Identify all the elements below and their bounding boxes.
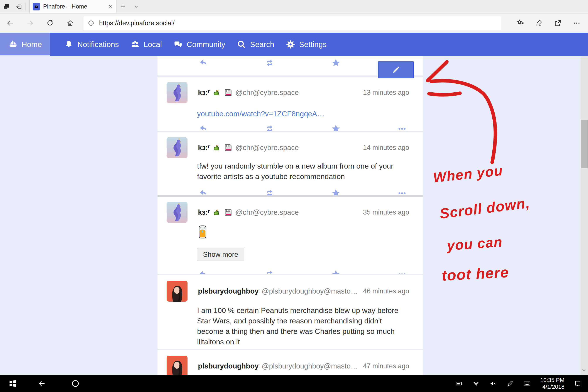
taskbar-back-button[interactable] bbox=[35, 375, 48, 392]
compose-toot-button[interactable] bbox=[378, 62, 414, 78]
site-info-icon[interactable] bbox=[88, 20, 94, 26]
avatar[interactable] bbox=[166, 281, 188, 302]
floppy-disk-emoji bbox=[224, 88, 232, 97]
toot-author-handle[interactable]: @chr@cybre.space bbox=[236, 144, 299, 152]
pen-settings-icon[interactable] bbox=[506, 380, 514, 387]
toot-timestamp[interactable]: 35 minutes ago bbox=[363, 208, 409, 216]
nav-item-settings[interactable]: Settings bbox=[280, 33, 332, 56]
nav-item-local[interactable]: Local bbox=[124, 33, 168, 56]
show-set-aside-tabs-button[interactable] bbox=[0, 0, 13, 13]
clock-time: 10:35 PM bbox=[540, 377, 564, 384]
nav-item-notifications[interactable]: Notifications bbox=[58, 33, 124, 56]
boost-icon[interactable] bbox=[263, 188, 276, 196]
url-text: https://dev.pinafore.social/ bbox=[99, 20, 174, 27]
tab-list-chevron-icon[interactable] bbox=[130, 0, 143, 13]
start-button[interactable] bbox=[6, 375, 19, 392]
toot-content: I am 100 % certain Peanuts merchandise b… bbox=[197, 305, 409, 347]
nav-label: Local bbox=[144, 40, 162, 49]
reply-icon[interactable] bbox=[197, 58, 210, 68]
toot-author-handle[interactable]: @chr@cybre.space bbox=[236, 208, 299, 216]
toot-timestamp[interactable]: 13 minutes ago bbox=[363, 89, 409, 96]
toot-author-handle[interactable]: @plsburydoughboy@mastodon.s… bbox=[262, 287, 360, 295]
favorite-star-icon[interactable] bbox=[330, 124, 342, 131]
toot-author-name[interactable]: kз:ʳ bbox=[198, 88, 210, 97]
reply-icon[interactable] bbox=[197, 188, 210, 196]
forward-button[interactable] bbox=[20, 19, 40, 27]
web-note-icon[interactable] bbox=[535, 19, 543, 27]
toot-author-handle[interactable]: @plsburydoughboy@mastodon.s… bbox=[262, 362, 360, 370]
toot: plsburydoughboy @plsburydoughboy@mastodo… bbox=[158, 350, 423, 375]
desktop: Pinafore – Home https://dev.pinafore.soc… bbox=[0, 0, 588, 392]
chat-bubbles-icon bbox=[173, 40, 183, 50]
avatar[interactable] bbox=[166, 137, 188, 158]
reply-icon[interactable] bbox=[197, 269, 210, 274]
more-actions-icon[interactable] bbox=[396, 124, 408, 131]
browser-tab[interactable]: Pinafore – Home bbox=[30, 0, 116, 13]
boost-icon[interactable] bbox=[263, 269, 276, 274]
volume-muted-icon[interactable] bbox=[489, 380, 497, 387]
tab-close-icon[interactable] bbox=[108, 4, 113, 10]
toot-author-name[interactable]: kз:ʳ bbox=[198, 144, 210, 152]
wifi-icon[interactable] bbox=[472, 380, 480, 387]
avatar[interactable] bbox=[166, 202, 188, 223]
url-field[interactable]: https://dev.pinafore.social/ bbox=[83, 16, 501, 30]
toot-author-name[interactable]: kз:ʳ bbox=[198, 208, 210, 216]
scrollbar-thumb[interactable] bbox=[581, 120, 588, 168]
nav-item-search[interactable]: Search bbox=[231, 33, 280, 56]
nav-item-community[interactable]: Community bbox=[168, 33, 231, 56]
nav-label: Home bbox=[22, 40, 42, 49]
action-center-icon[interactable] bbox=[574, 380, 582, 387]
boost-icon[interactable] bbox=[263, 124, 276, 131]
show-more-button[interactable]: Show more bbox=[197, 248, 244, 261]
refresh-button[interactable] bbox=[40, 19, 60, 27]
set-tabs-aside-button[interactable] bbox=[13, 0, 25, 13]
tab-title: Pinafore – Home bbox=[43, 3, 106, 10]
reply-icon[interactable] bbox=[197, 124, 210, 131]
ink-text-line: Scroll down, bbox=[439, 194, 531, 222]
more-options-icon[interactable] bbox=[573, 19, 580, 27]
nav-label: Notifications bbox=[77, 40, 119, 49]
nav-item-home[interactable]: Home bbox=[0, 33, 50, 56]
favorite-star-icon[interactable] bbox=[330, 58, 342, 68]
new-tab-button[interactable] bbox=[116, 0, 130, 13]
timeline-column: kз:ʳ @chr@cybre.space 13 minutes ago you… bbox=[158, 56, 423, 375]
floppy-disk-emoji bbox=[224, 208, 232, 216]
avatar[interactable] bbox=[166, 356, 188, 375]
home-button[interactable] bbox=[60, 19, 80, 27]
more-actions-icon[interactable] bbox=[396, 269, 408, 274]
nav-label: Community bbox=[187, 40, 225, 49]
toot-timestamp[interactable]: 14 minutes ago bbox=[363, 144, 409, 152]
toot-timestamp[interactable]: 46 minutes ago bbox=[363, 287, 409, 295]
boost-icon[interactable] bbox=[263, 58, 276, 68]
scroll-down-icon[interactable] bbox=[581, 368, 587, 374]
battery-icon[interactable] bbox=[455, 380, 463, 387]
divider bbox=[25, 2, 26, 11]
ink-arrow bbox=[422, 52, 514, 174]
toot-timestamp[interactable]: 47 minutes ago bbox=[363, 362, 409, 370]
avatar[interactable] bbox=[166, 82, 188, 103]
favorite-star-icon[interactable] bbox=[330, 269, 342, 274]
ink-text-line: you can bbox=[446, 234, 503, 254]
cortana-button[interactable] bbox=[69, 375, 82, 392]
bell-icon bbox=[64, 40, 74, 50]
page-scrollbar[interactable] bbox=[580, 56, 588, 375]
people-icon bbox=[130, 40, 140, 50]
toot: kз:ʳ @chr@cybre.space 13 minutes ago you… bbox=[158, 77, 423, 131]
pinafore-favicon bbox=[33, 3, 40, 10]
favorite-star-icon[interactable] bbox=[330, 188, 342, 196]
dragon-emoji bbox=[213, 88, 221, 97]
toot-author-name[interactable]: plsburydoughboy bbox=[198, 362, 259, 370]
toot: kз:ʳ @chr@cybre.space 14 minutes ago tfw… bbox=[158, 132, 423, 196]
toot-author-name[interactable]: plsburydoughboy bbox=[198, 287, 259, 295]
toot-author-handle[interactable]: @chr@cybre.space bbox=[236, 88, 299, 97]
toot-link[interactable]: youtube.com/watch?v=1ZCF8ngqeA… bbox=[197, 110, 324, 118]
toot-content: tfw! you randomly stumble on a new album… bbox=[197, 161, 409, 182]
taskbar-clock[interactable]: 10:35 PM 4/1/2018 bbox=[540, 377, 564, 390]
dragon-emoji bbox=[213, 144, 221, 152]
back-button[interactable] bbox=[0, 19, 20, 27]
windows-taskbar: 10:35 PM 4/1/2018 bbox=[0, 375, 588, 392]
more-actions-icon[interactable] bbox=[396, 188, 408, 196]
share-icon[interactable] bbox=[554, 19, 562, 27]
favorites-hub-icon[interactable] bbox=[516, 19, 524, 27]
touch-keyboard-icon[interactable] bbox=[523, 380, 531, 387]
